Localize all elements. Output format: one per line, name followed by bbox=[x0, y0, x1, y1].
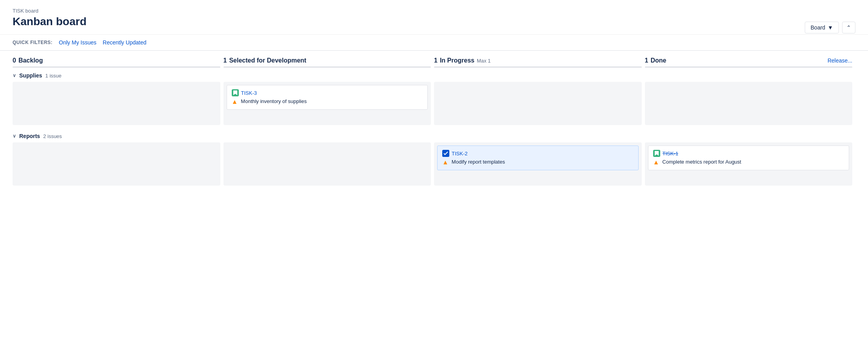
tisk-3-priority: ▲ bbox=[232, 98, 238, 105]
tisk-2-id: TISK-2 bbox=[452, 151, 467, 157]
card-tisk-1[interactable]: TISK-1 ▲ Complete metrics report for Aug… bbox=[648, 146, 850, 170]
tisk-3-summary: Monthly inventory of supplies bbox=[241, 98, 307, 105]
done-count: 1 bbox=[645, 57, 648, 64]
in-progress-title: In Progress bbox=[440, 57, 474, 64]
tisk-1-id: TISK-1 bbox=[663, 151, 678, 157]
supplies-label: Supplies bbox=[19, 72, 42, 79]
done-divider bbox=[645, 66, 853, 68]
check-icon bbox=[442, 150, 449, 157]
in-progress-meta: Max 1 bbox=[477, 58, 491, 64]
supplies-inprogress-lane bbox=[434, 82, 642, 125]
reports-inprogress-lane: TISK-2 ▲ Modify report templates bbox=[434, 142, 642, 186]
supplies-chevron[interactable]: ∨ bbox=[13, 73, 16, 78]
reports-done-lane: TISK-1 ▲ Complete metrics report for Aug… bbox=[645, 142, 853, 186]
tisk-1-summary: Complete metrics report for August bbox=[662, 158, 741, 166]
supplies-backlog-lane bbox=[13, 82, 220, 125]
board-view-button[interactable]: Board ▼ bbox=[805, 22, 839, 33]
tisk-3-id: TISK-3 bbox=[241, 90, 257, 96]
backlog-count: 0 bbox=[13, 57, 16, 64]
backlog-divider bbox=[13, 66, 220, 68]
in-progress-count: 1 bbox=[434, 57, 438, 64]
collapse-icon: ⌃ bbox=[846, 24, 851, 31]
quick-filters-bar: QUICK FILTERS: Only My Issues Recently U… bbox=[0, 34, 868, 51]
breadcrumb: TISK board bbox=[13, 8, 855, 14]
tisk-2-priority: ▲ bbox=[442, 159, 449, 166]
selected-title: Selected for Development bbox=[229, 57, 306, 64]
group-supplies-header: ∨ Supplies 1 issue bbox=[0, 68, 868, 82]
supplies-count: 1 issue bbox=[45, 73, 61, 79]
done-title: Done bbox=[650, 57, 666, 64]
collapse-button[interactable]: ⌃ bbox=[842, 22, 855, 33]
bookmark-icon-tisk1 bbox=[653, 150, 660, 157]
in-progress-divider bbox=[434, 66, 642, 68]
selected-count: 1 bbox=[223, 57, 227, 64]
supplies-done-lane bbox=[645, 82, 853, 125]
filter-only-my-issues[interactable]: Only My Issues bbox=[59, 39, 97, 46]
quick-filters-label: QUICK FILTERS: bbox=[13, 40, 53, 45]
reports-label: Reports bbox=[19, 133, 40, 139]
filter-recently-updated[interactable]: Recently Updated bbox=[103, 39, 146, 46]
tisk-2-summary: Modify report templates bbox=[452, 158, 505, 166]
reports-chevron[interactable]: ∨ bbox=[13, 133, 16, 139]
reports-count: 2 issues bbox=[43, 133, 62, 139]
reports-backlog-lane bbox=[13, 142, 220, 186]
board: 0 Backlog 1 Selected for Development 1 I… bbox=[0, 51, 868, 189]
bookmark-icon bbox=[232, 89, 239, 96]
backlog-title: Backlog bbox=[18, 57, 43, 64]
supplies-selected-lane: TISK-3 ▲ Monthly inventory of supplies bbox=[223, 82, 431, 125]
group-supplies: ∨ Supplies 1 issue TISK-3 bbox=[0, 68, 868, 128]
group-reports-header: ∨ Reports 2 issues bbox=[0, 128, 868, 142]
group-reports: ∨ Reports 2 issues bbox=[0, 128, 868, 189]
reports-selected-lane bbox=[223, 142, 431, 186]
page-title: Kanban board bbox=[13, 15, 86, 28]
board-label: Board bbox=[811, 24, 825, 31]
card-tisk-2[interactable]: TISK-2 ▲ Modify report templates bbox=[437, 146, 639, 170]
selected-divider bbox=[223, 66, 431, 68]
release-link[interactable]: Release... bbox=[828, 57, 852, 64]
tisk-1-priority: ▲ bbox=[653, 159, 659, 166]
card-tisk-3[interactable]: TISK-3 ▲ Monthly inventory of supplies bbox=[227, 85, 428, 110]
board-dropdown-icon: ▼ bbox=[828, 24, 833, 31]
